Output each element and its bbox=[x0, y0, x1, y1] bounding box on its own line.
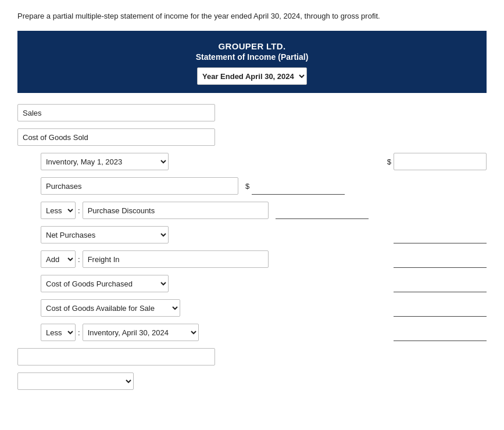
colon-2: : bbox=[78, 255, 80, 264]
less-select-1[interactable]: Less Add bbox=[41, 202, 76, 219]
cost-of-goods-purchased-select[interactable]: Cost of Goods Purchased Cost of Goods So… bbox=[41, 275, 169, 292]
less-select-2[interactable]: Less Add bbox=[41, 324, 76, 341]
year-select-wrap[interactable]: Year Ended April 30, 2024 Year Ended Apr… bbox=[197, 67, 307, 85]
inventory-apr-amount[interactable] bbox=[394, 324, 487, 341]
inventory-may-amount[interactable] bbox=[394, 153, 487, 170]
sales-row: Sales bbox=[17, 103, 487, 122]
bottom-dropdown-row: Gross Profit Net Sales bbox=[17, 372, 487, 390]
net-purchases-row: Net Purchases Gross Purchases bbox=[41, 225, 487, 244]
net-purchases-select[interactable]: Net Purchases Gross Purchases bbox=[41, 226, 169, 243]
bottom-input-row bbox=[17, 347, 487, 366]
cost-of-goods-purchased-row: Cost of Goods Purchased Cost of Goods So… bbox=[41, 274, 487, 293]
sales-label: Sales bbox=[17, 104, 215, 121]
company-name: GROUPER LTD. bbox=[23, 41, 481, 51]
purchases-dollar: $ bbox=[245, 182, 249, 191]
header-box: GROUPER LTD. Statement of Income (Partia… bbox=[17, 31, 487, 93]
cogs-label: Cost of Goods Sold bbox=[17, 128, 215, 146]
purchases-label: Purchases bbox=[41, 177, 238, 195]
inventory-apr-select[interactable]: Inventory, April 30, 2024 Inventory, Apr… bbox=[83, 324, 199, 341]
year-select[interactable]: Year Ended April 30, 2024 Year Ended Apr… bbox=[197, 67, 307, 85]
colon-3: : bbox=[78, 328, 80, 337]
inventory-may-row: Inventory, May 1, 2023 Inventory, May 1,… bbox=[41, 152, 487, 171]
colon-1: : bbox=[78, 206, 80, 215]
freight-in-label: Freight In bbox=[83, 250, 269, 268]
purchase-discounts-amount[interactable] bbox=[276, 202, 369, 219]
add-select[interactable]: Add Less bbox=[41, 250, 76, 268]
purchases-row: Purchases $ bbox=[41, 177, 487, 195]
intro-text: Prepare a partial multiple-step statemen… bbox=[17, 12, 487, 20]
cost-of-goods-available-row: Cost of Goods Available for Sale Cost of… bbox=[41, 299, 487, 317]
purchase-discounts-row: Less Add : Purchase Discounts bbox=[41, 201, 487, 220]
inventory-apr-row: Less Add : Inventory, April 30, 2024 Inv… bbox=[41, 323, 487, 342]
cost-of-goods-available-amount[interactable] bbox=[394, 299, 487, 317]
cost-of-goods-purchased-amount[interactable] bbox=[394, 275, 487, 292]
statement-title: Statement of Income (Partial) bbox=[23, 52, 481, 62]
inventory-may-select[interactable]: Inventory, May 1, 2023 Inventory, May 1,… bbox=[41, 153, 169, 170]
cogs-row: Cost of Goods Sold bbox=[17, 128, 487, 146]
cost-of-goods-available-select[interactable]: Cost of Goods Available for Sale Cost of… bbox=[41, 299, 180, 317]
form-area: Sales Cost of Goods Sold Inventory, May … bbox=[17, 103, 487, 402]
freight-in-row: Add Less : Freight In bbox=[41, 250, 487, 268]
bottom-text-input[interactable] bbox=[17, 348, 215, 365]
freight-in-amount[interactable] bbox=[394, 250, 487, 268]
purchases-amount[interactable] bbox=[252, 177, 345, 195]
dollar-sign-right: $ bbox=[387, 157, 391, 166]
bottom-dropdown[interactable]: Gross Profit Net Sales bbox=[17, 372, 134, 390]
purchase-discounts-label: Purchase Discounts bbox=[83, 202, 269, 219]
net-purchases-amount[interactable] bbox=[394, 226, 487, 243]
